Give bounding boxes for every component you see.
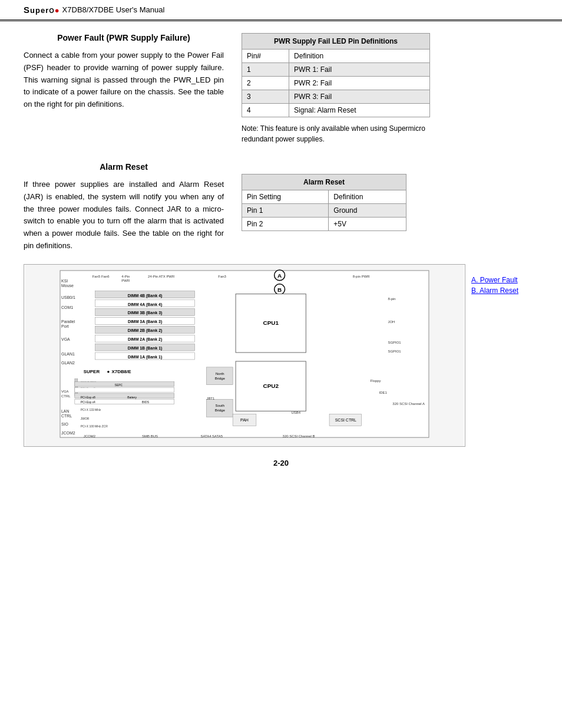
legend-a-link[interactable]: A. Power Fault: [471, 276, 518, 284]
svg-text:●: ●: [107, 369, 110, 374]
page-header: Supero● X7DB8/X7DBE User's Manual: [0, 0, 562, 21]
svg-text:Bridge: Bridge: [215, 377, 226, 380]
svg-text:COM1: COM1: [61, 305, 73, 309]
pwr-row-4-def: Signal: Alarm Reset: [289, 104, 430, 117]
svg-text:JCOM2: JCOM2: [84, 434, 96, 438]
svg-text:VGA: VGA: [61, 337, 70, 341]
svg-text:SUPER: SUPER: [84, 369, 100, 374]
svg-text:X7DB8/E: X7DB8/E: [111, 369, 131, 374]
svg-text:DIMM 3A (Bank 3): DIMM 3A (Bank 3): [128, 319, 162, 324]
pwr-note: Note: This feature is only available whe…: [242, 123, 430, 144]
svg-text:PCI-Exp x4: PCI-Exp x4: [81, 401, 95, 404]
board-container: A B KSI Mouse USB0/1 COM1 Parallel Port …: [24, 264, 538, 447]
svg-text:JCOM2: JCOM2: [61, 431, 75, 435]
alarm-section-left: Alarm Reset If three power supplies are …: [24, 162, 224, 252]
svg-text:Mouse: Mouse: [61, 284, 74, 288]
alarm-section-title: Alarm Reset: [24, 162, 224, 172]
pwr-row-3-pin: 3: [242, 90, 289, 104]
svg-text:PCI-X 133 MHz: PCI-X 133 MHz: [81, 409, 101, 411]
svg-text:DIMM 1B (Bank 1): DIMM 1B (Bank 1): [128, 346, 163, 351]
alarm-body-text: If three power supplies are installed an…: [24, 179, 224, 252]
pwr-row-3-def: PWR 3: Fail: [289, 90, 430, 104]
svg-rect-46: [75, 381, 174, 386]
pwr-body-text: Connect a cable from your power supply t…: [24, 50, 224, 111]
svg-text:PWR: PWR: [121, 279, 130, 282]
svg-text:CTRL: CTRL: [61, 414, 72, 418]
pwr-row-2-pin: 2: [242, 77, 289, 90]
pwr-col-def: Definition: [289, 50, 430, 63]
manual-title: X7DB8/X7DBE User's Manual: [62, 5, 165, 14]
svg-text:USB4: USB4: [291, 411, 300, 414]
logo: Supero●: [24, 5, 60, 15]
svg-text:Fan3: Fan3: [218, 275, 226, 278]
pwr-col-pin: Pin#: [242, 50, 289, 63]
svg-text:4-Pin: 4-Pin: [121, 275, 130, 278]
page: Supero● X7DB8/X7DBE User's Manual Power …: [0, 0, 562, 728]
alarm-col-pin: Pin Setting: [242, 190, 329, 204]
svg-text:8-pin PWR: 8-pin PWR: [353, 275, 370, 278]
svg-text:SATA4  SATA5: SATA4 SATA5: [200, 434, 223, 438]
board-diagram: A B KSI Mouse USB0/1 COM1 Parallel Port …: [24, 264, 465, 447]
svg-text:SMB BUS: SMB BUS: [142, 434, 158, 438]
pwr-row-2-def: PWR 2: Fail: [289, 77, 430, 90]
svg-text:USB0/1: USB0/1: [61, 295, 75, 299]
pwr-table: PWR Supply Fail LED Pin Definitions Pin#…: [242, 33, 430, 117]
svg-text:SGPIO1: SGPIO1: [388, 341, 401, 344]
pwr-section-right: PWR Supply Fail LED Pin Definitions Pin#…: [242, 33, 430, 144]
page-number: 2-20: [24, 459, 538, 467]
svg-rect-49: [75, 387, 174, 392]
svg-text:DIMM 2B (Bank 2): DIMM 2B (Bank 2): [128, 328, 163, 333]
svg-text:VGA: VGA: [61, 389, 69, 393]
svg-text:SGPIO1: SGPIO1: [388, 350, 401, 353]
legend-b-link[interactable]: B. Alarm Reset: [471, 286, 518, 295]
svg-text:GLAN2: GLAN2: [61, 361, 75, 365]
svg-text:Parallel: Parallel: [61, 319, 75, 324]
alarm-col-def: Definition: [329, 190, 406, 204]
pwr-row-1-pin: 1: [242, 63, 289, 77]
svg-text:320 SCSI Channel A: 320 SCSI Channel A: [392, 402, 425, 406]
svg-text:DIMM 4B (Bank 4): DIMM 4B (Bank 4): [128, 293, 163, 298]
svg-text:KSI: KSI: [61, 279, 68, 283]
main-content: Power Fault (PWR Supply Failure) Connect…: [0, 21, 562, 479]
svg-text:DIMM 2A (Bank 2): DIMM 2A (Bank 2): [128, 337, 162, 342]
svg-text:DIMM 1A (Bank 1): DIMM 1A (Bank 1): [128, 355, 162, 360]
pwr-row-4-pin: 4: [242, 104, 289, 117]
svg-text:South: South: [215, 404, 224, 407]
legend-b: B. Alarm Reset: [471, 286, 538, 295]
svg-text:DIMM 4A (Bank 4): DIMM 4A (Bank 4): [128, 302, 162, 307]
svg-text:SCSI CTRL: SCSI CTRL: [335, 418, 356, 422]
svg-text:Port: Port: [61, 324, 69, 328]
svg-text:A: A: [277, 272, 282, 279]
svg-text:Floppy: Floppy: [371, 378, 381, 382]
svg-text:PCI-X 100 MHz ZCR: PCI-X 100 MHz ZCR: [81, 425, 108, 428]
svg-text:PAH: PAH: [240, 418, 249, 422]
svg-text:SEPC: SEPC: [115, 383, 123, 386]
svg-text:24-Pin ATX PWR: 24-Pin ATX PWR: [148, 275, 175, 278]
svg-text:JWOR: JWOR: [81, 417, 90, 420]
svg-text:North: North: [216, 372, 224, 375]
svg-text:JOH: JOH: [388, 320, 395, 324]
alarm-row-1-def: Ground: [329, 204, 406, 218]
svg-text:LAN: LAN: [61, 409, 70, 413]
svg-text:BIOS: BIOS: [142, 401, 150, 404]
svg-text:B: B: [277, 286, 282, 292]
pwr-table-header: PWR Supply Fail LED Pin Definitions: [242, 34, 430, 50]
board-legend: A. Power Fault B. Alarm Reset: [471, 264, 538, 297]
svg-text:JBT1: JBT1: [206, 396, 215, 400]
alarm-table: Alarm Reset Pin Setting Definition Pin 1…: [242, 174, 406, 231]
svg-text:Fan5 Fan6: Fan5 Fan6: [92, 275, 110, 278]
alarm-section: Alarm Reset If three power supplies are …: [24, 162, 538, 252]
svg-text:DIMM 3B (Bank 3): DIMM 3B (Bank 3): [128, 311, 163, 315]
svg-text:SIO: SIO: [61, 422, 69, 426]
svg-text:CPU2: CPU2: [263, 382, 279, 388]
legend-a: A. Power Fault: [471, 276, 538, 284]
pwr-row-1-def: PWR 1: Fail: [289, 63, 430, 77]
alarm-table-header: Alarm Reset: [242, 174, 406, 190]
pwr-section-title: Power Fault (PWR Supply Failure): [24, 33, 224, 42]
alarm-row-1-pin: Pin 1: [242, 204, 329, 218]
svg-text:PCI-Exp x8: PCI-Exp x8: [81, 396, 95, 398]
svg-text:8-pin: 8-pin: [388, 297, 395, 300]
svg-text:320 SCSI Channel B: 320 SCSI Channel B: [283, 434, 315, 438]
pwr-section-left: Power Fault (PWR Supply Failure) Connect…: [24, 33, 224, 144]
svg-text:IDE1: IDE1: [379, 390, 388, 394]
